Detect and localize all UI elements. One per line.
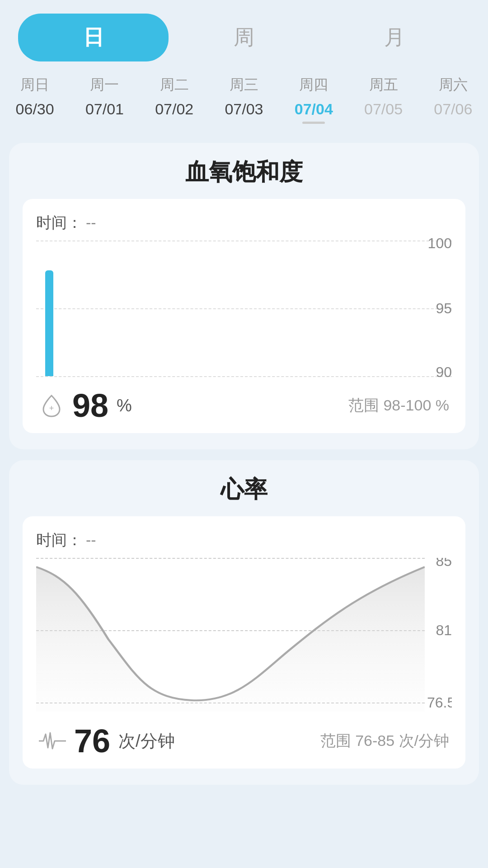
heartrate-value: 76 — [74, 722, 110, 760]
date-0701[interactable]: 07/01 — [70, 100, 139, 124]
spo2-ylabel-95: 95 — [427, 300, 452, 317]
tab-day[interactable]: 日 — [18, 14, 169, 61]
date-0630[interactable]: 06/30 — [0, 100, 70, 124]
heartrate-title: 心率 — [23, 474, 465, 505]
drop-icon: + — [39, 393, 64, 418]
spo2-chart-box: 时间：-- 100 95 90 + 98 % — [23, 199, 465, 433]
spo2-title: 血氧饱和度 — [23, 156, 465, 188]
date-0705[interactable]: 07/05 — [348, 100, 418, 124]
hr-ylabel-765: 76.5 — [427, 694, 452, 711]
svg-text:+: + — [49, 404, 54, 413]
tab-month[interactable]: 月 — [319, 14, 470, 61]
weekday-0: 周日 — [0, 75, 70, 95]
heartrate-unit: 次/分钟 — [118, 730, 175, 753]
spo2-footer: + 98 % 范围 98-100 % — [36, 387, 452, 424]
heartrate-curve — [36, 558, 425, 712]
spo2-footer-left: + 98 % — [39, 387, 348, 424]
spo2-gridline-100 — [36, 241, 452, 241]
date-0704[interactable]: 07/04 — [279, 100, 348, 124]
spo2-bar — [45, 270, 53, 376]
weekday-5: 周五 — [348, 75, 418, 95]
heartrate-footer-left: 76 次/分钟 — [39, 722, 320, 760]
tab-week[interactable]: 周 — [169, 14, 319, 61]
weekday-3: 周三 — [209, 75, 279, 95]
weekday-1: 周一 — [70, 75, 139, 95]
date-0703[interactable]: 07/03 — [209, 100, 279, 124]
tab-bar: 日 周 月 — [0, 0, 488, 71]
date-0706[interactable]: 07/06 — [418, 100, 488, 124]
hr-ylabel-81: 81 — [427, 622, 452, 638]
spo2-ylabel-100: 100 — [427, 235, 452, 252]
weekday-2: 周二 — [140, 75, 209, 95]
heartrate-section: 心率 时间：-- 85 81 76.5 — [9, 460, 479, 785]
heartrate-time-label: 时间：-- — [36, 530, 452, 551]
date-0702[interactable]: 07/02 — [140, 100, 209, 124]
spo2-time-value: -- — [86, 214, 96, 231]
date-row: 06/30 07/01 07/02 07/03 07/04 07/05 07/0… — [0, 98, 488, 132]
weekday-6: 周六 — [418, 75, 488, 95]
spo2-range: 范围 98-100 % — [348, 395, 449, 416]
spo2-time-label: 时间：-- — [36, 212, 452, 233]
spo2-chart-area: 100 95 90 — [36, 241, 452, 376]
spo2-section: 血氧饱和度 时间：-- 100 95 90 + 98 — [9, 143, 479, 449]
spo2-ylabel-90: 90 — [427, 364, 452, 381]
heartrate-range: 范围 76-85 次/分钟 — [320, 731, 449, 751]
heartrate-chart-box: 时间：-- 85 81 76.5 — [23, 516, 465, 769]
spo2-gridline-90 — [36, 376, 452, 377]
weekday-row: 周日 周一 周二 周三 周四 周五 周六 — [0, 71, 488, 98]
heartrate-chart-area: 85 81 76.5 — [36, 558, 452, 712]
spo2-value: 98 — [72, 387, 108, 424]
heartrate-time-value: -- — [86, 531, 96, 548]
spo2-unit: % — [117, 396, 132, 415]
hr-ylabel-85: 85 — [427, 558, 452, 569]
ecg-icon — [39, 731, 66, 751]
weekday-4: 周四 — [279, 75, 348, 95]
heartrate-footer: 76 次/分钟 范围 76-85 次/分钟 — [36, 722, 452, 760]
spo2-gridline-95 — [36, 308, 452, 309]
